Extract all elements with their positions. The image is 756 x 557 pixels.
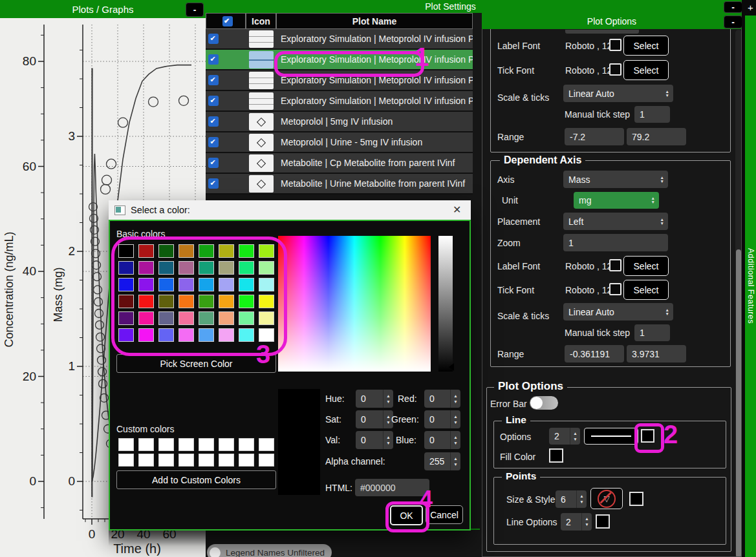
basic-color-swatch[interactable] xyxy=(259,295,274,308)
pick-screen-color-button[interactable]: Pick Screen Color xyxy=(116,354,276,373)
custom-color-swatch[interactable] xyxy=(219,454,234,467)
basic-color-swatch[interactable] xyxy=(239,295,254,308)
ind-manual-tick-input[interactable]: 1 xyxy=(634,106,670,123)
basic-color-swatch[interactable] xyxy=(199,244,214,258)
custom-color-swatch[interactable] xyxy=(219,438,234,451)
basic-color-swatch[interactable] xyxy=(219,244,234,258)
val-spinbox[interactable]: 0▲▼ xyxy=(356,431,393,449)
spinner-arrows-icon[interactable]: ▲▼ xyxy=(581,513,592,531)
plots-graphs-titlebar[interactable]: Plots / Graphs - xyxy=(0,0,206,18)
basic-color-swatch[interactable] xyxy=(178,244,194,258)
select-all-checkbox[interactable] xyxy=(222,16,233,26)
basic-color-swatch[interactable] xyxy=(219,261,234,275)
basic-color-swatch[interactable] xyxy=(158,295,174,308)
ind-label-font-select-button[interactable]: Select xyxy=(623,36,669,56)
value-slider[interactable] xyxy=(438,236,453,372)
plot-settings-minimize-button[interactable]: - xyxy=(724,1,742,13)
basic-color-swatch[interactable] xyxy=(259,244,274,258)
line-style-icon[interactable] xyxy=(249,51,274,68)
row-checkbox[interactable] xyxy=(208,158,219,168)
custom-color-swatch[interactable] xyxy=(158,454,174,467)
spinner-arrows-icon[interactable]: ▲▼ xyxy=(450,390,460,408)
cancel-button[interactable]: Cancel xyxy=(426,505,463,524)
additional-features-tab[interactable]: Additional Features xyxy=(745,16,756,557)
basic-color-swatch[interactable] xyxy=(158,244,174,258)
basic-color-swatch[interactable] xyxy=(259,278,274,291)
dep-zoom-input[interactable]: 1 xyxy=(563,234,668,251)
basic-color-swatch[interactable] xyxy=(138,328,154,342)
custom-color-swatch[interactable] xyxy=(259,454,274,467)
ok-button[interactable]: OK xyxy=(390,505,423,525)
diamond-marker-icon[interactable] xyxy=(249,134,274,151)
plots-graphs-minimize-button[interactable]: - xyxy=(186,3,204,17)
row-checkbox[interactable] xyxy=(208,116,219,127)
custom-color-swatch[interactable] xyxy=(259,438,274,451)
dialog-titlebar[interactable]: Select a color: ✕ xyxy=(109,200,471,220)
point-line-color-swatch[interactable] xyxy=(596,514,610,529)
line-color-swatch[interactable] xyxy=(641,429,654,443)
custom-color-swatch[interactable] xyxy=(199,438,214,451)
hue-spinbox[interactable]: 0▲▼ xyxy=(356,390,393,408)
basic-color-swatch[interactable] xyxy=(219,278,234,291)
html-input[interactable]: #000000 xyxy=(355,479,429,496)
table-row[interactable]: Metabolite | Urine Metabolite from paren… xyxy=(206,174,473,194)
dep-tick-font-select-button[interactable]: Select xyxy=(623,280,669,300)
ind-range-min-input[interactable]: -7.2 xyxy=(565,128,624,145)
basic-color-swatch[interactable] xyxy=(199,311,214,325)
basic-color-swatch[interactable] xyxy=(219,328,234,342)
table-row[interactable]: Metabolite | Cp Metabolite from parent I… xyxy=(206,153,473,174)
row-checkbox[interactable] xyxy=(208,34,219,44)
basic-color-swatch[interactable] xyxy=(158,311,174,325)
basic-color-swatch[interactable] xyxy=(219,311,234,325)
basic-color-swatch[interactable] xyxy=(199,278,214,291)
spinner-arrows-icon[interactable]: ▲▼ xyxy=(383,431,393,449)
hue-saturation-gradient[interactable] xyxy=(278,236,431,372)
legend-names-toggle[interactable]: Legend Names Unfiltered xyxy=(207,544,332,557)
table-row[interactable]: Metoprolol | 5mg IV infusion xyxy=(206,112,473,132)
basic-color-swatch[interactable] xyxy=(219,295,234,308)
dep-range-max-input[interactable]: 3.9731 xyxy=(627,345,686,363)
expand-button[interactable]: + xyxy=(745,0,756,14)
sat-spinbox[interactable]: 0▲▼ xyxy=(356,410,393,428)
point-color-swatch[interactable] xyxy=(629,492,643,506)
plot-name-cell[interactable]: Exploratory Simulation | Metoprolol IV i… xyxy=(276,96,473,106)
basic-color-swatch[interactable] xyxy=(239,328,254,342)
dep-unit-dropdown[interactable]: mg ▲▼ xyxy=(574,192,659,209)
table-row[interactable]: Exploratory Simulation | Metoprolol IV i… xyxy=(206,91,473,112)
basic-color-swatch[interactable] xyxy=(138,295,154,308)
line-style-icon[interactable] xyxy=(249,72,274,89)
diamond-marker-icon[interactable] xyxy=(249,113,274,131)
basic-color-swatch[interactable] xyxy=(118,244,134,258)
plot-options-titlebar[interactable]: Plot Options xyxy=(482,13,742,29)
row-checkbox[interactable] xyxy=(208,96,219,106)
diamond-marker-icon[interactable] xyxy=(249,175,274,193)
custom-color-swatch[interactable] xyxy=(239,454,254,467)
dep-manual-tick-input[interactable]: 1 xyxy=(634,324,670,341)
custom-color-swatch[interactable] xyxy=(118,438,134,451)
line-style-icon[interactable] xyxy=(249,92,274,110)
fill-color-swatch[interactable] xyxy=(549,448,563,463)
spinner-arrows-icon[interactable]: ▲▼ xyxy=(450,431,460,449)
ind-tick-font-select-button[interactable]: Select xyxy=(623,60,669,80)
point-size-spinner[interactable]: 6 ▲▼ xyxy=(556,490,587,508)
spinner-arrows-icon[interactable]: ▲▼ xyxy=(450,410,460,428)
dep-label-font-color-swatch[interactable] xyxy=(609,259,621,271)
spinner-arrows-icon[interactable]: ▲▼ xyxy=(576,490,587,508)
basic-color-swatch[interactable] xyxy=(158,261,174,275)
point-line-spinner[interactable]: 2 ▲▼ xyxy=(561,513,592,531)
dep-tick-font-color-swatch[interactable] xyxy=(609,283,621,295)
basic-color-swatch[interactable] xyxy=(158,328,174,342)
basic-color-swatch[interactable] xyxy=(138,261,154,275)
custom-color-swatch[interactable] xyxy=(239,438,254,451)
basic-color-swatch[interactable] xyxy=(199,295,214,308)
basic-color-swatch[interactable] xyxy=(118,261,134,275)
basic-color-swatch[interactable] xyxy=(158,278,174,291)
plot-name-cell[interactable]: Exploratory Simulation | Metoprolol IV i… xyxy=(276,34,473,44)
basic-color-swatch[interactable] xyxy=(199,328,214,342)
basic-color-swatch[interactable] xyxy=(118,328,134,342)
plot-options-minimize-button[interactable]: - xyxy=(724,16,742,28)
blue-spinbox[interactable]: 0▲▼ xyxy=(424,431,460,449)
line-style-preview[interactable] xyxy=(584,428,638,445)
custom-color-swatch[interactable] xyxy=(199,454,214,467)
basic-color-swatch[interactable] xyxy=(259,261,274,275)
